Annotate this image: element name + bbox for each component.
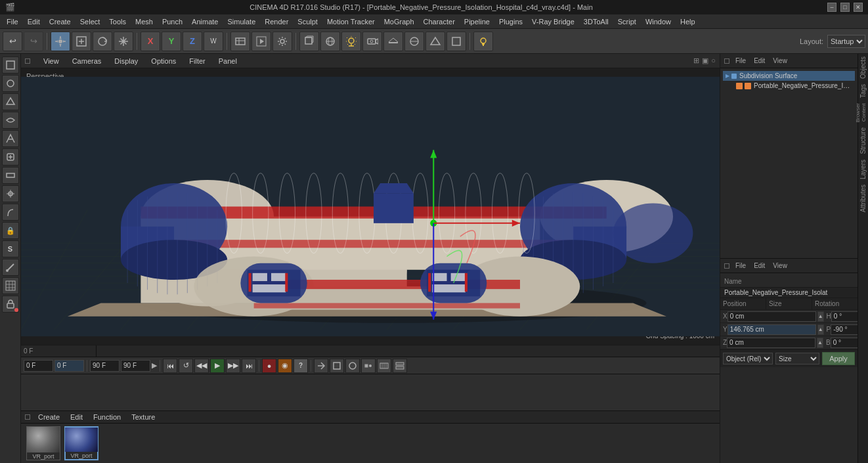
tool-lock[interactable]	[2, 296, 19, 313]
viewport-drag-handle[interactable]	[25, 58, 30, 64]
tool-7[interactable]	[2, 167, 19, 184]
obj-item-subdivision[interactable]: ▶ Subdivision Surface	[723, 71, 855, 81]
menu-item-simulate[interactable]: Simulate	[223, 16, 259, 27]
tl-tool-1[interactable]	[314, 359, 328, 373]
minimize-button[interactable]: –	[827, 3, 836, 12]
x-axis-button[interactable]: X	[141, 32, 160, 51]
bulb-button[interactable]	[473, 32, 493, 51]
menu-item-motion-tracker[interactable]: Motion Tracker	[323, 16, 379, 27]
close-button[interactable]: ✕	[854, 3, 863, 12]
bottom-create-btn[interactable]: Create	[35, 412, 62, 422]
frame-current-input[interactable]	[54, 360, 84, 372]
redo-button[interactable]: ↪	[24, 32, 43, 51]
bottom-function-btn[interactable]: Function	[91, 412, 123, 422]
attr-view-btn[interactable]: View	[771, 261, 789, 270]
render-view-button[interactable]	[251, 32, 271, 51]
render-region-button[interactable]	[230, 32, 250, 51]
ff-button[interactable]: ▶▶	[226, 359, 240, 373]
attr-z-pos-input[interactable]	[727, 338, 815, 348]
floor-button[interactable]	[383, 32, 403, 51]
render-settings-button[interactable]	[272, 32, 292, 51]
world-button[interactable]: W	[204, 32, 223, 51]
tl-tool-3[interactable]	[345, 359, 360, 373]
layout-dropdown[interactable]: Startup	[827, 35, 865, 48]
vtab-content-browser[interactable]: ContentBrowser	[858, 100, 868, 125]
menu-item-tools[interactable]: Tools	[105, 16, 130, 27]
scale-tool-button[interactable]	[72, 32, 91, 51]
tool-magnet[interactable]: 🔒	[2, 222, 19, 239]
camera-button[interactable]	[362, 32, 382, 51]
play-back-button[interactable]: ◀◀	[194, 359, 209, 373]
loop-button[interactable]: ↺	[179, 359, 193, 373]
rotate-tool-button[interactable]	[93, 32, 112, 51]
tl-tool-4[interactable]	[361, 359, 376, 373]
last-frame-button[interactable]: ⏭	[242, 359, 256, 373]
menu-item-mograph[interactable]: MoGraph	[380, 16, 418, 27]
maximize-button[interactable]: □	[840, 3, 850, 12]
auto-key-button[interactable]: ◉	[278, 359, 292, 373]
timeline-ruler-content[interactable]: 0 5 10 15 20 25 30 35 40 45 50 55 60 65	[97, 351, 720, 352]
menu-item-mesh[interactable]: Mesh	[131, 16, 157, 27]
coord-mode-select[interactable]: Object (Rel)	[723, 353, 773, 364]
move-tool-button[interactable]	[51, 32, 70, 51]
tool-1[interactable]	[2, 56, 19, 74]
light-button[interactable]	[341, 32, 361, 51]
frame-start-input[interactable]	[24, 360, 53, 372]
menu-item-plugins[interactable]: Plugins	[495, 16, 527, 27]
menu-item-v-ray-bridge[interactable]: V-Ray Bridge	[528, 16, 578, 27]
vtab-layers[interactable]: Layers	[858, 157, 868, 182]
menu-item-character[interactable]: Character	[420, 16, 459, 27]
viewport-icon-2[interactable]: ▣	[702, 56, 708, 65]
menu-item-edit[interactable]: Edit	[24, 16, 44, 27]
tool-paintbrush[interactable]	[2, 259, 19, 276]
foreground-button[interactable]	[425, 32, 445, 51]
tool-s[interactable]: S	[2, 240, 19, 257]
tl-tool-2[interactable]	[330, 359, 344, 373]
tool-6[interactable]	[2, 148, 19, 165]
menu-item-file[interactable]: File	[3, 16, 22, 27]
frame-end-input[interactable]	[121, 360, 150, 372]
objects-file-btn[interactable]: File	[733, 56, 748, 65]
tool-bend[interactable]	[2, 204, 19, 221]
vp-menu-options[interactable]: Options	[148, 56, 179, 66]
frame-end-arrow[interactable]: ▶	[152, 361, 157, 370]
vp-menu-cameras[interactable]: Cameras	[70, 56, 104, 66]
vp-menu-panel[interactable]: Panel	[216, 56, 240, 66]
attr-y-pos-spin[interactable]: ▲	[817, 324, 824, 335]
tool-8[interactable]	[2, 185, 19, 202]
bottom-texture-btn[interactable]: Texture	[129, 412, 158, 422]
menu-item-animate[interactable]: Animate	[188, 16, 222, 27]
menu-item-help[interactable]: Help	[676, 16, 699, 27]
material-2[interactable]: VR_port	[64, 426, 98, 460]
undo-button[interactable]: ↩	[3, 32, 22, 51]
vtab-attributes[interactable]: Attributes	[858, 182, 868, 215]
menu-item-punch[interactable]: Punch	[158, 16, 186, 27]
viewport-icon-3[interactable]: ○	[711, 56, 716, 65]
attr-z-pos-spin[interactable]: ▲	[817, 338, 823, 348]
objects-view-btn[interactable]: View	[771, 56, 789, 65]
material-1[interactable]: VR_port	[26, 426, 60, 460]
bottom-edit-btn[interactable]: Edit	[68, 412, 85, 422]
vtab-tags[interactable]: Tags	[858, 81, 868, 100]
viewport[interactable]: Perspective Grid Spacing : 1000 cm	[21, 68, 720, 345]
play-forward-button[interactable]: ▶	[210, 359, 225, 373]
vp-menu-filter[interactable]: Filter	[186, 56, 207, 66]
y-axis-button[interactable]: Y	[162, 32, 181, 51]
vp-menu-display[interactable]: Display	[112, 56, 141, 66]
menu-item-window[interactable]: Window	[641, 16, 675, 27]
size-mode-select[interactable]: Size	[775, 353, 819, 364]
tool-3[interactable]	[2, 93, 19, 110]
vtab-objects[interactable]: Objects	[858, 54, 868, 81]
tool-2[interactable]	[2, 75, 19, 92]
menu-item-pipeline[interactable]: Pipeline	[460, 16, 494, 27]
attr-y-pos-input[interactable]	[727, 324, 816, 335]
first-frame-button[interactable]: ⏮	[163, 359, 177, 373]
menu-item-create[interactable]: Create	[45, 16, 75, 27]
sphere-button[interactable]	[320, 32, 340, 51]
apply-button[interactable]: Apply	[822, 352, 855, 365]
cube-button[interactable]	[299, 32, 319, 51]
attr-edit-btn[interactable]: Edit	[752, 261, 767, 270]
frame-preview-end-input[interactable]	[90, 360, 119, 372]
tool-grid[interactable]	[2, 277, 19, 294]
vp-menu-view[interactable]: View	[41, 56, 62, 66]
